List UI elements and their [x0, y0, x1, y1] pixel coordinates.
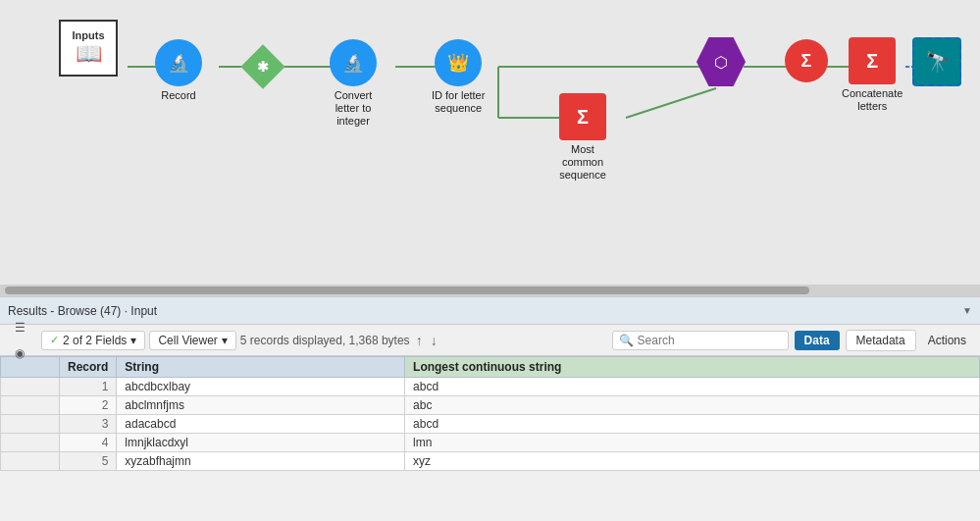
node-most-common[interactable]: Σ Mostcommonsequence: [559, 93, 606, 182]
node-inputs[interactable]: Inputs 📖: [59, 20, 118, 77]
row-longest: abc: [405, 396, 980, 415]
row-longest: xyz: [405, 452, 980, 471]
row-icon-cell: [1, 378, 60, 396]
node-duplicate[interactable]: 🔬 Record: [155, 39, 202, 102]
row-string: lmnjklacdxyl: [117, 434, 405, 452]
col-header-string: String: [117, 357, 405, 378]
table-row: 2abclmnfjmsabc: [1, 396, 980, 415]
row-number: 3: [60, 415, 117, 434]
data-table: Record String Longest continuous string …: [0, 356, 980, 471]
canvas-scrollbar[interactable]: [0, 285, 980, 296]
node-convert[interactable]: 🔬 Convertletter tointeger: [330, 39, 377, 129]
row-icon-cell: [1, 415, 60, 434]
cell-viewer-label: Cell Viewer: [158, 334, 217, 347]
table-row: 3adacabcdabcd: [1, 415, 980, 434]
row-string: abclmnfjms: [117, 396, 405, 415]
col-header-record2: Record: [60, 357, 117, 378]
sort-up-button[interactable]: ↑: [414, 333, 425, 348]
row-string: xyzabfhajmn: [117, 452, 405, 471]
connections-svg: [0, 0, 980, 285]
row-longest: abcd: [405, 415, 980, 434]
node-sum-letters[interactable]: Σ: [785, 39, 828, 82]
row-number: 1: [60, 378, 117, 396]
sidebar-icon-2[interactable]: ◉: [8, 341, 31, 365]
cell-viewer-button[interactable]: Cell Viewer ▾: [149, 331, 235, 350]
row-icon-cell: [1, 452, 60, 471]
row-icon-cell: [1, 396, 60, 415]
data-button[interactable]: Data: [795, 331, 840, 350]
search-icon: 🔍: [619, 334, 634, 347]
fields-dropdown-arrow: ▾: [130, 334, 136, 347]
sort-down-button[interactable]: ↓: [429, 333, 439, 348]
fields-dropdown-button[interactable]: ✓ 2 of 2 Fields ▾: [41, 331, 145, 350]
row-longest: lmn: [405, 434, 980, 452]
node-concatenate[interactable]: Σ Concatenateletters: [842, 37, 903, 113]
row-string: abcdbcxlbay: [117, 378, 405, 396]
search-box: 🔍: [612, 331, 789, 350]
actions-button[interactable]: Actions: [922, 331, 972, 350]
results-header: Results - Browse (47) · Input ▼: [0, 297, 980, 325]
node-browse[interactable]: 🔭: [912, 37, 961, 86]
results-panel: Results - Browse (47) · Input ▼ ☰ ◉ ✓ 2 …: [0, 296, 980, 471]
row-number: 2: [60, 396, 117, 415]
table-row: 1abcdbcxlbayabcd: [1, 378, 980, 396]
workflow-canvas: Inputs 📖 🔬 Record ✱ 🔬 Convertletter toin…: [0, 0, 980, 285]
node-formula[interactable]: ✱: [247, 51, 279, 82]
row-icon-cell: [1, 434, 60, 452]
check-icon: ✓: [50, 334, 59, 346]
search-input[interactable]: [638, 334, 775, 347]
sidebar-icon-1[interactable]: ☰: [8, 316, 31, 339]
cell-viewer-arrow: ▾: [222, 334, 228, 347]
row-number: 4: [60, 434, 117, 452]
table-row: 5xyzabfhajmnxyz: [1, 452, 980, 471]
row-longest: abcd: [405, 378, 980, 396]
metadata-button[interactable]: Metadata: [846, 330, 916, 351]
fields-label: 2 of 2 Fields: [63, 334, 127, 347]
svg-line-7: [626, 88, 716, 118]
table-row: 4lmnjklacdxyllmn: [1, 434, 980, 452]
results-header-chevron[interactable]: ▼: [962, 305, 972, 316]
row-number: 5: [60, 452, 117, 471]
toolbar: ☰ ◉ ✓ 2 of 2 Fields ▾ Cell Viewer ▾ 5 re…: [0, 325, 980, 356]
toolbar-left: ✓ 2 of 2 Fields ▾ Cell Viewer ▾ 5 record…: [41, 331, 439, 350]
col-header-longest: Longest continuous string: [405, 357, 980, 378]
data-table-container: Record String Longest continuous string …: [0, 356, 980, 471]
records-info: 5 records displayed, 1,368 bytes: [240, 334, 410, 347]
canvas-scrollbar-thumb[interactable]: [5, 287, 809, 294]
node-id-letter[interactable]: 👑 ID for lettersequence: [432, 39, 485, 115]
node-join[interactable]: ⬡: [696, 37, 746, 86]
row-string: adacabcd: [117, 415, 405, 434]
toolbar-right: 🔍 Data Metadata Actions: [612, 330, 972, 351]
